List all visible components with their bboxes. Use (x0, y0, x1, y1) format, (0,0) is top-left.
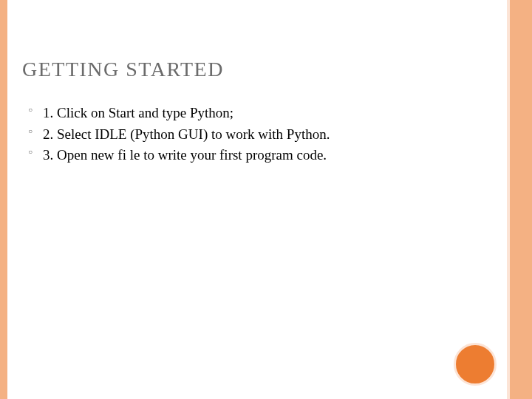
border-right (510, 0, 532, 399)
bullet-list: 1. Click on Start and type Python; 2. Se… (22, 103, 480, 166)
border-left (0, 0, 7, 399)
border-right-inner (507, 0, 510, 399)
list-item: 2. Select IDLE (Python GUI) to work with… (28, 125, 480, 145)
list-item: 3. Open new fi le to write your first pr… (28, 146, 480, 166)
list-item: 1. Click on Start and type Python; (28, 103, 480, 123)
slide-title: GETTING STARTED (22, 58, 480, 81)
circle-decoration-icon (454, 343, 497, 386)
slide-content: GETTING STARTED 1. Click on Start and ty… (22, 58, 480, 167)
